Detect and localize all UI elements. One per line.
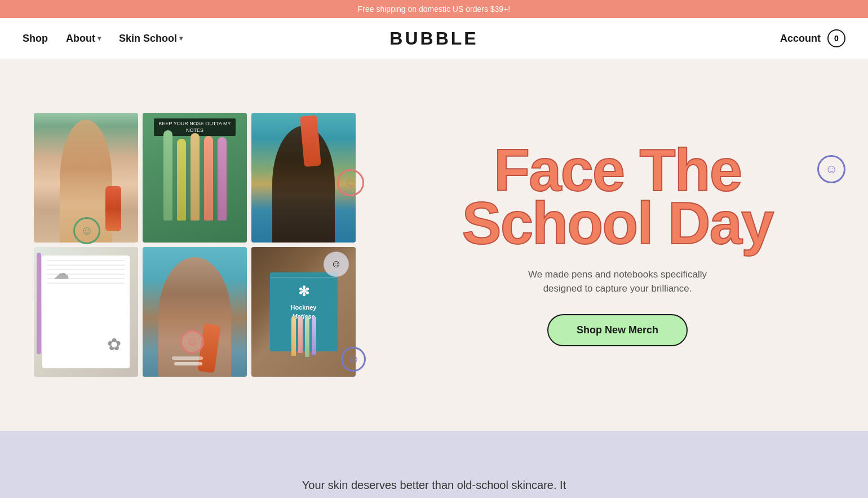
cart-button[interactable]: 0: [827, 29, 845, 47]
photo-teal-notebook: Hockney Matisse ✻ ☺: [251, 247, 356, 377]
hockney-label: Hockney: [291, 304, 317, 311]
smiley-pink-top-icon: ☺: [337, 169, 364, 196]
announcement-bar: Free shipping on domestic US orders $39+…: [0, 0, 868, 18]
announcement-text: Free shipping on domestic US orders $39+…: [358, 5, 510, 14]
smiley-pink-mid-icon: ☺: [180, 330, 204, 354]
photo-pens: KEEP YOUR NOSE OUTTA MY NOTES: [143, 113, 247, 243]
photo-notebook: ✿ ☁: [34, 247, 138, 377]
smiley-green-icon: ☺: [73, 217, 100, 244]
site-logo[interactable]: BUBBLE: [389, 28, 478, 49]
photo-man-smiling: [143, 247, 247, 377]
bottom-section: Your skin deserves better than old-schoo…: [0, 431, 868, 498]
main-nav: Shop About ▾ Skin School ▾ BUBBLE Accoun…: [0, 18, 868, 59]
cart-count: 0: [834, 34, 839, 43]
nav-right: Account 0: [780, 29, 845, 47]
about-chevron-icon: ▾: [98, 34, 101, 42]
pens-row: [163, 142, 227, 221]
nav-left: Shop About ▾ Skin School ▾: [23, 33, 183, 45]
shop-new-merch-button[interactable]: Shop New Merch: [547, 314, 688, 346]
hero-section: ☺ ☺ ☺ ☺ KEEP YOUR NOSE OUTTA MY NOTES: [0, 59, 868, 431]
photo-grid: ☺ ☺ ☺ ☺ KEEP YOUR NOSE OUTTA MY NOTES: [34, 113, 356, 377]
smiley-blue-bot-icon: ☺: [341, 347, 366, 372]
hero-content: Face The School Day ☺ We made pens and n…: [356, 144, 834, 346]
skin-school-nav-link[interactable]: Skin School ▾: [119, 33, 183, 45]
about-nav-link[interactable]: About ▾: [66, 33, 101, 45]
notebook-display: Hockney Matisse ✻: [270, 272, 338, 351]
account-nav-link[interactable]: Account: [780, 33, 821, 45]
smiley-hero-right-icon: ☺: [817, 155, 845, 183]
bottom-text: Your skin deserves better than old-schoo…: [293, 476, 575, 498]
skin-school-chevron-icon: ▾: [179, 34, 183, 42]
shop-nav-link[interactable]: Shop: [23, 33, 48, 45]
hero-title: Face The School Day: [401, 144, 834, 250]
hero-subtitle: We made pens and notebooks specifically …: [511, 267, 725, 296]
